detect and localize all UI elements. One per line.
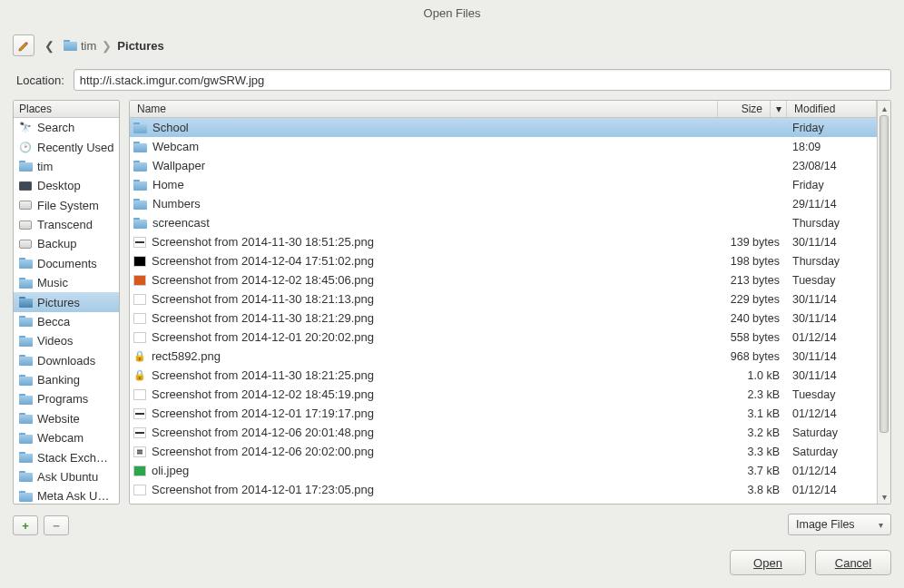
place-item-ask-ubuntu[interactable]: Ask Ubuntu — [14, 467, 119, 486]
file-row[interactable]: oli.jpeg3.7 kB01/12/14 — [130, 461, 877, 480]
place-item-banking[interactable]: Banking — [14, 370, 119, 389]
add-bookmark-button[interactable]: + — [13, 515, 38, 535]
place-item-music[interactable]: Music — [14, 273, 119, 292]
place-item-desktop[interactable]: Desktop — [14, 176, 119, 195]
file-name: Wallpaper — [152, 159, 205, 172]
column-headers: Name Size ▾ Modified — [130, 101, 877, 118]
folder-icon — [64, 40, 77, 51]
place-label: File System — [37, 199, 99, 212]
place-item-stack-exchange[interactable]: Stack Exchange — [14, 447, 119, 466]
file-modified: Tuesday — [787, 274, 877, 287]
place-item-website[interactable]: Website — [14, 409, 119, 428]
scrollbar[interactable]: ▴ ▾ — [877, 101, 890, 504]
edit-location-button[interactable] — [13, 34, 34, 56]
file-row[interactable]: Screenshot from 2014-12-02 18:45:06.png2… — [130, 270, 877, 289]
file-row[interactable]: 🔒rect5892.png968 bytes30/11/14 — [130, 347, 877, 366]
place-item-webcam[interactable]: Webcam — [14, 428, 119, 447]
file-size: 213 bytes — [718, 274, 787, 287]
place-label: Documents — [37, 257, 97, 270]
place-item-downloads[interactable]: Downloads — [14, 351, 119, 370]
file-size: 1.0 kB — [718, 369, 787, 382]
image-thumbnail-icon — [133, 275, 146, 286]
file-row[interactable]: Screenshot from 2014-12-01 20:20:02.png5… — [130, 328, 877, 347]
place-item-backup[interactable]: Backup — [14, 234, 119, 253]
scroll-up-button[interactable]: ▴ — [878, 101, 890, 115]
place-item-documents[interactable]: Documents — [14, 254, 119, 273]
place-item-file-system[interactable]: File System — [14, 196, 119, 215]
folder-icon — [18, 335, 33, 348]
file-row[interactable]: Screenshot from 2014-11-30 18:21:29.png2… — [130, 309, 877, 328]
places-header[interactable]: Places — [14, 101, 119, 118]
file-row[interactable]: Screenshot from 2014-12-01 17:23:05.png3… — [130, 480, 877, 499]
file-size: 240 bytes — [718, 312, 787, 325]
folder-row[interactable]: Webcam18:09 — [130, 137, 877, 156]
breadcrumb-tim[interactable]: tim — [64, 39, 96, 53]
column-modified[interactable]: Modified — [787, 101, 877, 117]
place-item-search[interactable]: 🔭Search — [14, 118, 119, 137]
file-size: 3.8 kB — [718, 484, 787, 496]
file-row[interactable]: 🔒Screenshot from 2014-11-30 18:21:25.png… — [130, 366, 877, 385]
image-thumbnail-icon — [133, 256, 146, 267]
scroll-thumb[interactable] — [879, 115, 889, 433]
folder-row[interactable]: HomeFriday — [130, 175, 877, 194]
remove-bookmark-button[interactable]: − — [44, 515, 69, 535]
place-label: Programs — [37, 392, 88, 406]
column-size[interactable]: Size — [718, 101, 771, 117]
open-label: Open — [753, 556, 782, 570]
folder-icon — [18, 432, 33, 445]
file-size: 3.7 kB — [718, 465, 787, 477]
file-row[interactable]: Screenshot from 2014-12-06 20:01:48.png3… — [130, 423, 877, 442]
file-row[interactable]: Screenshot from 2014-12-02 18:45:19.png2… — [130, 385, 877, 404]
file-name: Screenshot from 2014-11-30 18:21:29.png — [152, 311, 374, 325]
file-name: Screenshot from 2014-12-04 17:51:02.png — [152, 254, 374, 268]
breadcrumb-label: Pictures — [117, 39, 163, 53]
column-name[interactable]: Name — [130, 101, 718, 117]
file-row[interactable]: Screenshot from 2014-12-04 17:51:02.png1… — [130, 251, 877, 270]
folder-row[interactable]: Wallpaper23/08/14 — [130, 156, 877, 175]
file-modified: 30/11/14 — [787, 369, 877, 382]
file-name: Screenshot from 2014-12-06 20:01:48.png — [152, 426, 374, 439]
file-modified: 30/11/14 — [787, 503, 877, 505]
nav-back-button[interactable]: ❮ — [42, 39, 56, 53]
location-input[interactable] — [74, 69, 891, 91]
place-item-recently-used[interactable]: 🕑Recently Used — [14, 137, 119, 156]
file-size: 4.0 kB — [718, 503, 787, 505]
file-row[interactable]: Screenshot from 2014-11-30 18:21:13.png2… — [130, 289, 877, 309]
image-thumbnail-icon — [133, 466, 146, 476]
scroll-down-button[interactable]: ▾ — [878, 489, 890, 504]
lock-icon: 🔒 — [133, 370, 146, 381]
drive-icon — [18, 199, 33, 211]
chevron-down-icon: ▾ — [776, 103, 781, 115]
sort-indicator[interactable]: ▾ — [771, 101, 787, 117]
folder-icon — [18, 315, 33, 328]
place-item-meta-ask-ubu-[interactable]: Meta Ask Ubu... — [14, 486, 119, 504]
place-label: Stack Exchange — [37, 451, 114, 465]
place-item-transcend[interactable]: Transcend — [14, 215, 119, 234]
folder-icon — [18, 354, 33, 367]
place-item-videos[interactable]: Videos — [14, 331, 119, 350]
file-row[interactable]: Screenshot from 2014-12-01 17:19:17.png3… — [130, 404, 877, 423]
place-item-tim[interactable]: tim — [14, 157, 119, 176]
place-label: Backup — [37, 237, 76, 250]
location-label: Location: — [16, 74, 64, 87]
file-name: Webcam — [152, 140, 199, 153]
breadcrumb: tim ❯ Pictures — [64, 39, 164, 53]
file-row[interactable]: Screenshot from 2014-11-30 18:51:25.png1… — [130, 232, 877, 251]
place-item-pictures[interactable]: Pictures — [14, 292, 119, 311]
cancel-button[interactable]: Cancel — [815, 550, 891, 575]
file-row[interactable]: Screenshot from 2014-12-06 20:02:00.png3… — [130, 442, 877, 461]
drive-icon — [18, 219, 33, 231]
file-row[interactable]: flaggingcomment2.png4.0 kB30/11/14 — [130, 499, 877, 504]
places-list: 🔭Search🕑Recently UsedtimDesktopFile Syst… — [14, 118, 119, 504]
window-title: Open Files — [0, 0, 904, 25]
folder-row[interactable]: Numbers29/11/14 — [130, 194, 877, 213]
monitor-icon — [18, 180, 33, 192]
folder-row[interactable]: SchoolFriday — [130, 118, 877, 137]
place-item-becca[interactable]: Becca — [14, 312, 119, 331]
file-type-filter[interactable]: Image Files ▾ — [788, 514, 891, 535]
open-button[interactable]: Open — [730, 550, 806, 575]
place-item-programs[interactable]: Programs — [14, 389, 119, 408]
breadcrumb-pictures[interactable]: Pictures — [117, 39, 163, 53]
folder-row[interactable]: screencastThursday — [130, 213, 877, 232]
file-name: Screenshot from 2014-11-30 18:21:25.png — [152, 368, 374, 382]
